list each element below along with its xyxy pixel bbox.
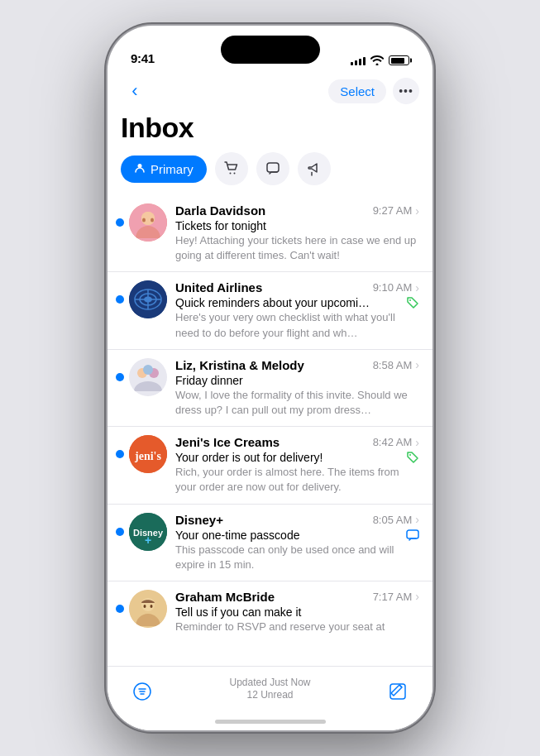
chevron-right-icon: › [415, 204, 419, 218]
wifi-icon [370, 55, 384, 65]
filter-tabs: Primary [108, 152, 432, 195]
email-item[interactable]: Disney + Disney+ 8:05 AM › Your one-time… [108, 505, 432, 581]
avatar: Disney + [129, 513, 167, 551]
email-preview: Rich, your order is almost here. The ite… [175, 465, 419, 495]
phone-frame: 9:41 ‹ Select ••• [108, 26, 432, 730]
svg-point-1 [229, 173, 231, 175]
toolbar-center: Updated Just Now 12 Unread [229, 677, 310, 701]
avatar [129, 358, 167, 396]
battery-icon [389, 55, 409, 65]
email-time: 8:58 AM [373, 359, 413, 371]
tab-primary-label: Primary [151, 162, 194, 176]
compose-button[interactable] [383, 677, 413, 706]
page-title: Inbox [108, 108, 432, 152]
email-item[interactable]: Graham McBride 7:17 AM › Tell us if you … [108, 581, 432, 643]
tab-promotions[interactable] [298, 152, 331, 185]
updated-text: Updated Just Now [229, 677, 310, 688]
email-meta: 9:10 AM › [373, 281, 419, 294]
email-subject: Your order is out for delivery! [175, 451, 323, 464]
email-subject-row: Tickets for tonight [175, 219, 419, 232]
email-preview: Reminder to RSVP and reserve your seat a… [175, 620, 419, 634]
email-meta: 8:42 AM › [373, 436, 419, 449]
select-button[interactable]: Select [328, 79, 386, 103]
email-header: United Airlines 9:10 AM › [175, 280, 419, 294]
email-time: 7:17 AM [373, 591, 413, 603]
tab-shopping[interactable] [215, 152, 248, 185]
email-header: Liz, Kristina & Melody 8:58 AM › [175, 358, 419, 372]
email-content: Darla Davidson 9:27 AM › Tickets for ton… [175, 203, 419, 263]
email-meta: 8:05 AM › [373, 513, 419, 526]
email-subject: Your one-time passcode [175, 529, 299, 542]
avatar [129, 590, 167, 628]
dynamic-island [221, 36, 320, 64]
svg-point-2 [233, 173, 235, 175]
svg-point-22 [409, 454, 411, 456]
message-tag-icon [406, 529, 419, 542]
unread-indicator [116, 373, 124, 381]
email-subject-row: Tell us if you can make it [175, 605, 419, 619]
email-meta: 7:17 AM › [373, 590, 419, 603]
svg-rect-26 [407, 530, 418, 538]
email-content: Graham McBride 7:17 AM › Tell us if you … [175, 590, 419, 634]
svg-point-15 [409, 299, 411, 301]
avatar [129, 280, 167, 318]
email-subject-row: Friday dinner [175, 374, 419, 387]
email-item[interactable]: Darla Davidson 9:27 AM › Tickets for ton… [108, 195, 432, 272]
chat-icon [265, 161, 280, 176]
email-preview: Hey! Attaching your tickets here in case… [175, 233, 419, 263]
email-subject: Quick reminders about your upcoming… [175, 296, 374, 309]
email-subject: Friday dinner [175, 374, 243, 387]
tab-primary[interactable]: Primary [121, 156, 207, 183]
nav-bar: ‹ Select ••• [108, 70, 432, 108]
more-button[interactable]: ••• [393, 78, 419, 104]
email-item[interactable]: Liz, Kristina & Melody 8:58 AM › Friday … [108, 350, 432, 427]
sender-name: Liz, Kristina & Melody [175, 358, 304, 372]
svg-text:jeni's: jeni's [134, 450, 161, 462]
avatar [129, 203, 167, 242]
more-icon: ••• [399, 84, 413, 98]
tab-messages[interactable] [256, 152, 289, 185]
email-subject-row: Quick reminders about your upcoming… [175, 296, 419, 309]
shopping-tag-icon [406, 296, 419, 309]
svg-text:+: + [145, 534, 151, 547]
email-content: United Airlines 9:10 AM › Quick reminder… [175, 280, 419, 340]
svg-point-8 [151, 218, 154, 222]
chevron-right-icon: › [415, 358, 419, 371]
home-indicator [215, 720, 326, 724]
email-item[interactable]: United Airlines 9:10 AM › Quick reminder… [108, 272, 432, 349]
filter-button[interactable] [127, 677, 157, 706]
email-header: Jeni's Ice Creams 8:42 AM › [175, 435, 419, 449]
email-subject-row: Your order is out for delivery! [175, 451, 419, 464]
email-content: Disney+ 8:05 AM › Your one-time passcode [175, 513, 419, 572]
unread-indicator [116, 450, 124, 458]
email-time: 8:05 AM [373, 514, 413, 526]
filter-icon [132, 682, 152, 701]
signal-bars-icon [351, 55, 366, 65]
email-preview: This passcode can only be used once and … [175, 543, 419, 572]
chevron-right-icon: › [415, 513, 419, 526]
email-preview: Wow, I love the formality of this invite… [175, 388, 419, 418]
nav-actions: Select ••• [328, 78, 419, 104]
compose-icon [388, 682, 408, 701]
email-header: Darla Davidson 9:27 AM › [175, 203, 419, 218]
svg-point-30 [151, 605, 153, 608]
shopping-cart-icon [224, 161, 239, 176]
svg-point-7 [142, 218, 146, 222]
email-list: Darla Davidson 9:27 AM › Tickets for ton… [108, 195, 432, 666]
sender-name: Graham McBride [175, 590, 275, 604]
svg-rect-3 [267, 163, 279, 172]
person-icon [134, 162, 146, 176]
email-item[interactable]: jeni's Jeni's Ice Creams 8:42 AM › Your … [108, 427, 432, 504]
status-icons [351, 55, 409, 65]
avatar: jeni's [129, 435, 167, 473]
email-preview: Here's your very own checklist with what… [175, 310, 419, 340]
back-button[interactable]: ‹ [121, 77, 149, 105]
email-subject: Tickets for tonight [175, 219, 266, 232]
sender-name: Disney+ [175, 513, 223, 527]
chevron-right-icon: › [415, 590, 419, 603]
content-area: ‹ Select ••• Inbox Primary [108, 70, 432, 730]
email-time: 9:27 AM [373, 204, 413, 217]
chevron-right-icon: › [415, 281, 419, 294]
email-time: 9:10 AM [373, 281, 413, 294]
sender-name: Darla Davidson [175, 203, 265, 218]
